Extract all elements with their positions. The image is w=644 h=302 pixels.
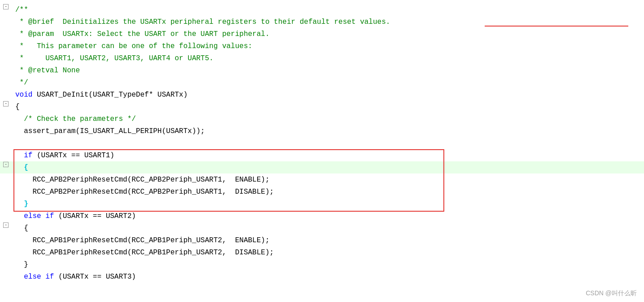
code-content: } bbox=[13, 259, 644, 271]
code-content: */ bbox=[13, 77, 644, 89]
code-line: RCC_APB2PeriphResetCmd(RCC_APB2Periph_US… bbox=[0, 173, 644, 186]
code-line: void USART_DeInit(USART_TypeDef* USARTx) bbox=[0, 89, 644, 101]
code-content: } bbox=[13, 198, 644, 210]
code-line: } bbox=[0, 198, 644, 210]
code-line: assert_param(IS_USART_ALL_PERIPH(USARTx)… bbox=[0, 125, 644, 137]
code-content: RCC_APB2PeriphResetCmd(RCC_APB2Periph_US… bbox=[13, 186, 644, 198]
code-line: - { bbox=[0, 161, 644, 173]
code-line: * @retval None bbox=[0, 64, 644, 76]
code-line: else if (USARTx == USART2) bbox=[0, 210, 644, 222]
code-editor: -/** * @brief Deinitializes the USARTx p… bbox=[0, 0, 644, 302]
code-line: if (USARTx == USART1) bbox=[0, 149, 644, 161]
code-line: * This parameter can be one of the follo… bbox=[0, 40, 644, 52]
code-content: * @retval None bbox=[13, 65, 644, 76]
gutter-icon: - bbox=[0, 222, 13, 228]
code-line: else if (USARTx == USART3) bbox=[0, 271, 644, 283]
code-line: RCC_APB1PeriphResetCmd(RCC_APB1Periph_US… bbox=[0, 246, 644, 258]
code-content: { bbox=[13, 101, 644, 113]
code-content: * USART1, USART2, USART3, UART4 or UART5… bbox=[13, 53, 644, 64]
code-content: if (USARTx == USART1) bbox=[13, 150, 644, 161]
gutter-icon: - bbox=[0, 162, 13, 167]
code-content: { bbox=[13, 162, 644, 173]
code-line: -/** bbox=[0, 4, 644, 16]
code-line: * @brief Deinitializes the USARTx periph… bbox=[0, 16, 644, 28]
code-content: * @param USARTx: Select the USART or the… bbox=[13, 28, 644, 40]
code-content: assert_param(IS_USART_ALL_PERIPH(USARTx)… bbox=[13, 125, 644, 137]
code-content: void USART_DeInit(USART_TypeDef* USARTx) bbox=[13, 89, 644, 101]
code-line: * @param USARTx: Select the USART or the… bbox=[0, 28, 644, 40]
code-line bbox=[0, 137, 644, 149]
code-content: else if (USARTx == USART3) bbox=[13, 271, 644, 283]
code-content: RCC_APB1PeriphResetCmd(RCC_APB1Periph_US… bbox=[13, 247, 644, 258]
code-line: */ bbox=[0, 76, 644, 89]
code-line: /* Check the parameters */ bbox=[0, 113, 644, 125]
code-line: * USART1, USART2, USART3, UART4 or UART5… bbox=[0, 52, 644, 64]
code-content: { bbox=[13, 222, 644, 234]
gutter-icon: - bbox=[0, 4, 13, 9]
code-content: /* Check the parameters */ bbox=[13, 113, 644, 125]
watermark: CSDN @叫什么昕 bbox=[586, 289, 637, 298]
code-line: - { bbox=[0, 222, 644, 234]
code-content: RCC_APB2PeriphResetCmd(RCC_APB2Periph_US… bbox=[13, 174, 644, 186]
code-content: * @brief Deinitializes the USARTx periph… bbox=[13, 16, 644, 28]
code-content: /** bbox=[13, 4, 644, 16]
code-line: } bbox=[0, 258, 644, 271]
code-content: RCC_APB1PeriphResetCmd(RCC_APB1Periph_US… bbox=[13, 235, 644, 246]
code-line: -{ bbox=[0, 101, 644, 113]
code-content: else if (USARTx == USART2) bbox=[13, 210, 644, 222]
code-line: RCC_APB2PeriphResetCmd(RCC_APB2Periph_US… bbox=[0, 186, 644, 198]
code-line: RCC_APB1PeriphResetCmd(RCC_APB1Periph_US… bbox=[0, 234, 644, 246]
code-content: * This parameter can be one of the follo… bbox=[13, 40, 644, 52]
gutter-icon: - bbox=[0, 101, 13, 107]
